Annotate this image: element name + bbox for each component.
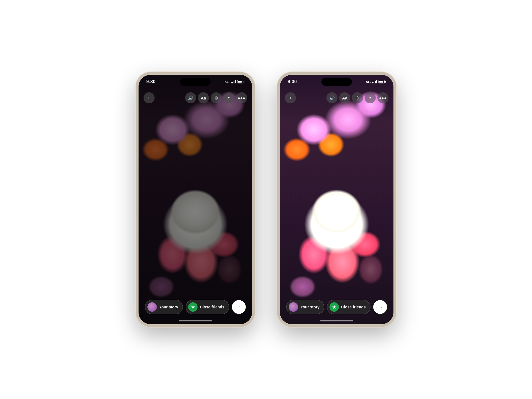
back-icon: ‹ xyxy=(148,94,150,101)
bar4 xyxy=(235,80,236,83)
sparkle-icon: ✦ xyxy=(227,96,231,100)
signal-bars-icon xyxy=(231,80,236,83)
arrow-icon: → xyxy=(377,303,383,311)
sparkle-icon: ✦ xyxy=(369,96,372,100)
sound-icon: 🔊 xyxy=(188,95,193,101)
status-icons: 5G xyxy=(366,80,386,84)
close-friends-button[interactable]: ★ Close friends xyxy=(186,300,229,314)
more-button[interactable]: ⬤⬤⬤ xyxy=(236,92,247,103)
flower-background xyxy=(280,75,393,324)
bar4 xyxy=(376,80,377,83)
avatar-image xyxy=(289,302,298,312)
home-indicator xyxy=(179,320,212,321)
sticker-icon: ☺ xyxy=(355,95,360,101)
sound-button[interactable]: 🔊 xyxy=(185,92,196,103)
phone-light: 9:30 5G xyxy=(277,72,396,327)
text-button[interactable]: Aa xyxy=(198,92,209,103)
toolbar-icons: 🔊 Aa ☺ ✦ ⬤⬤⬤ xyxy=(326,92,388,103)
bar3 xyxy=(375,81,376,83)
sound-button[interactable]: 🔊 xyxy=(326,92,337,103)
sticker-button[interactable]: ☺ xyxy=(211,92,222,103)
more-icon: ⬤⬤⬤ xyxy=(238,97,245,99)
phone-dark: 9:30 5G xyxy=(136,72,255,327)
your-story-button[interactable]: Your story xyxy=(286,300,324,314)
text-button[interactable]: Aa xyxy=(339,92,350,103)
back-button[interactable]: ‹ xyxy=(285,92,296,103)
star-symbol: ★ xyxy=(191,305,195,310)
text-icon: Aa xyxy=(201,96,206,100)
sparkle-button[interactable]: ✦ xyxy=(223,92,234,103)
send-button[interactable]: → xyxy=(373,300,387,314)
avatar xyxy=(289,302,298,312)
your-story-label: Your story xyxy=(159,305,178,309)
toolbar: ‹ 🔊 Aa ☺ ✦ ⬤⬤⬤ xyxy=(139,90,252,106)
text-icon: Aa xyxy=(342,96,347,100)
your-story-label: Your story xyxy=(300,305,319,309)
bar2 xyxy=(232,82,233,83)
battery-body xyxy=(237,80,243,83)
battery-fill xyxy=(379,81,383,83)
sticker-icon: ☺ xyxy=(214,95,219,101)
battery-tip xyxy=(244,81,244,83)
sound-icon: 🔊 xyxy=(329,95,335,101)
home-indicator xyxy=(320,320,353,321)
star-symbol: ★ xyxy=(332,305,336,310)
status-time: 9:30 xyxy=(288,79,297,84)
avatar-image xyxy=(147,302,157,312)
dynamic-island xyxy=(180,78,211,86)
bar2 xyxy=(374,82,374,83)
back-button[interactable]: ‹ xyxy=(144,92,155,103)
more-icon: ⬤⬤⬤ xyxy=(379,97,387,99)
green-star-icon: ★ xyxy=(329,302,339,312)
battery-fill xyxy=(238,81,242,83)
close-friends-label: Close friends xyxy=(341,305,366,309)
green-star-icon: ★ xyxy=(188,302,198,312)
signal-text: 5G xyxy=(225,80,229,84)
toolbar: ‹ 🔊 Aa ☺ ✦ ⬤⬤⬤ xyxy=(280,90,393,106)
sticker-button[interactable]: ☺ xyxy=(352,92,363,103)
back-icon: ‹ xyxy=(289,94,291,101)
more-button[interactable]: ⬤⬤⬤ xyxy=(377,92,388,103)
flower-background xyxy=(139,75,252,324)
dynamic-island xyxy=(321,78,352,86)
close-friends-label: Close friends xyxy=(200,305,224,309)
your-story-button[interactable]: Your story xyxy=(145,300,183,314)
battery-tip xyxy=(385,81,386,83)
signal-bars-icon xyxy=(372,80,377,83)
bar1 xyxy=(231,82,232,83)
bar3 xyxy=(234,81,234,83)
send-button[interactable]: → xyxy=(232,300,246,314)
status-time: 9:30 xyxy=(146,79,155,84)
arrow-icon: → xyxy=(236,303,242,311)
toolbar-icons: 🔊 Aa ☺ ✦ ⬤⬤⬤ xyxy=(185,92,247,103)
bar1 xyxy=(372,82,373,83)
close-friends-button[interactable]: ★ Close friends xyxy=(327,300,370,314)
battery-icon xyxy=(378,80,386,83)
avatar xyxy=(147,302,157,312)
signal-text: 5G xyxy=(366,80,371,84)
battery-body xyxy=(378,80,385,83)
sparkle-button[interactable]: ✦ xyxy=(365,92,376,103)
status-icons: 5G xyxy=(225,80,244,84)
battery-icon xyxy=(237,80,244,83)
